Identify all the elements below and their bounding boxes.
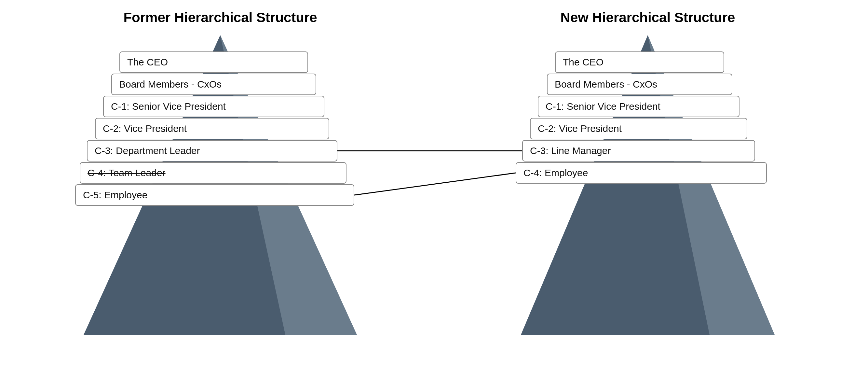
right-level-row-5: C-3: Line Manager <box>514 140 781 162</box>
right-level-row-6: C-4: Employee <box>514 162 781 184</box>
right-level-box-6: C-4: Employee <box>516 162 767 184</box>
left-pyramid: The CEO Board Members - CxOs C-1: Senior… <box>74 32 367 341</box>
left-level-row-6: C-4: Team Leader <box>74 162 367 184</box>
left-level-row-2: Board Members - CxOs <box>74 74 367 95</box>
right-level-box-2: Board Members - CxOs <box>547 74 732 95</box>
left-level-row-1: The CEO <box>74 52 367 73</box>
left-diagram: Former Hierarchical Structure The CEO <box>20 10 421 341</box>
right-level-box-3: C-1: Senior Vice President <box>538 96 740 117</box>
left-level-row-5: C-3: Department Leader <box>74 140 367 162</box>
left-level-box-5: C-3: Department Leader <box>87 140 337 162</box>
right-level-box-5: C-3: Line Manager <box>522 140 755 162</box>
left-level-box-4: C-2: Vice President <box>95 118 329 139</box>
left-levels: The CEO Board Members - CxOs C-1: Senior… <box>74 32 367 341</box>
right-level-row-2: Board Members - CxOs <box>514 74 781 95</box>
left-level-row-4: C-2: Vice President <box>74 118 367 139</box>
left-level-box-2: Board Members - CxOs <box>111 74 316 95</box>
main-container: Former Hierarchical Structure The CEO <box>0 0 868 366</box>
left-level-row-3: C-1: Senior Vice President <box>74 96 367 117</box>
right-level-row-4: C-2: Vice President <box>514 118 781 139</box>
left-level-box-1: The CEO <box>119 52 308 73</box>
left-level-box-7: C-5: Employee <box>75 184 354 206</box>
right-diagram: New Hierarchical Structure The CEO Board… <box>447 10 848 341</box>
right-level-row-1: The CEO <box>514 52 781 73</box>
left-level-box-6: C-4: Team Leader <box>80 162 346 184</box>
left-level-row-7: C-5: Employee <box>74 184 367 206</box>
right-level-box-1: The CEO <box>555 52 724 73</box>
right-diagram-title: New Hierarchical Structure <box>561 10 735 25</box>
right-pyramid: The CEO Board Members - CxOs C-1: Senior… <box>514 32 781 341</box>
right-level-row-3: C-1: Senior Vice President <box>514 96 781 117</box>
right-levels: The CEO Board Members - CxOs C-1: Senior… <box>514 32 781 341</box>
left-diagram-title: Former Hierarchical Structure <box>123 10 317 25</box>
left-level-box-3: C-1: Senior Vice President <box>103 96 324 117</box>
right-level-box-4: C-2: Vice President <box>530 118 747 139</box>
